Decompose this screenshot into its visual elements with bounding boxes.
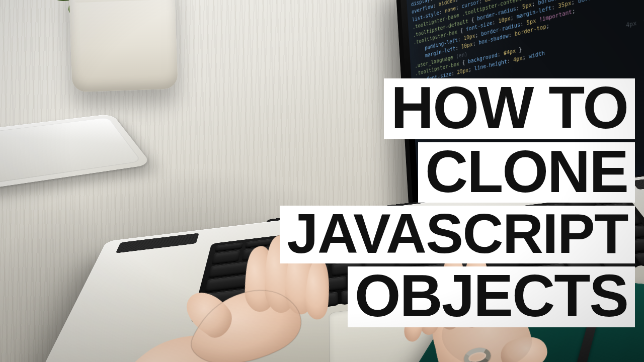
headline-line-2: CLONE xyxy=(418,142,635,203)
headline-line-1: HOW TO xyxy=(384,78,635,139)
headline-line-3: JAVASCRIPT xyxy=(280,206,635,263)
headline: HOW TO CLONE JAVASCRIPT OBJECTS xyxy=(280,78,635,327)
thumbnail-image: /* stylesheet */ display: block; padding… xyxy=(0,0,644,362)
headline-line-4: OBJECTS xyxy=(348,266,635,327)
